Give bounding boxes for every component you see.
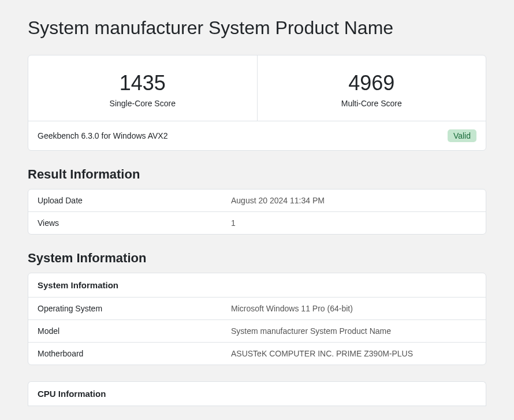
cpu-info-card: CPU Information	[28, 381, 486, 406]
multi-core-score: 4969	[263, 70, 481, 95]
system-info-heading: System Information	[28, 251, 486, 266]
single-core-label: Single-Core Score	[34, 99, 251, 108]
status-badge: Valid	[448, 129, 476, 142]
scores-card: 1435 Single-Core Score 4969 Multi-Core S…	[28, 55, 486, 151]
row-val: ASUSTeK COMPUTER INC. PRIME Z390M-PLUS	[231, 349, 476, 358]
row-key: Upload Date	[38, 196, 231, 205]
single-core-cell: 1435 Single-Core Score	[28, 55, 258, 121]
row-key: Motherboard	[38, 349, 231, 358]
page-title: System manufacturer System Product Name	[28, 17, 486, 39]
row-key: Model	[38, 326, 231, 336]
row-val: Microsoft Windows 11 Pro (64-bit)	[231, 304, 476, 313]
row-key: Views	[38, 218, 231, 228]
row-val: August 20 2024 11:34 PM	[231, 196, 476, 205]
system-info-card-header: System Information	[28, 273, 486, 298]
row-val: 1	[231, 218, 476, 228]
table-row: Model System manufacturer System Product…	[28, 320, 486, 343]
result-info-card: Upload Date August 20 2024 11:34 PM View…	[28, 189, 486, 235]
result-info-heading: Result Information	[28, 167, 486, 182]
version-row: Geekbench 6.3.0 for Windows AVX2 Valid	[28, 121, 486, 150]
scores-row: 1435 Single-Core Score 4969 Multi-Core S…	[28, 55, 486, 121]
single-core-score: 1435	[34, 70, 251, 95]
table-row: Views 1	[28, 212, 486, 234]
cpu-info-card-header: CPU Information	[28, 382, 486, 406]
row-key: Operating System	[38, 304, 231, 313]
table-row: Upload Date August 20 2024 11:34 PM	[28, 189, 486, 212]
multi-core-label: Multi-Core Score	[263, 99, 481, 108]
version-text: Geekbench 6.3.0 for Windows AVX2	[38, 131, 167, 140]
row-val: System manufacturer System Product Name	[231, 326, 476, 336]
table-row: Operating System Microsoft Windows 11 Pr…	[28, 298, 486, 320]
table-row: Motherboard ASUSTeK COMPUTER INC. PRIME …	[28, 343, 486, 365]
multi-core-cell: 4969 Multi-Core Score	[258, 55, 486, 121]
system-info-card: System Information Operating System Micr…	[28, 273, 486, 365]
